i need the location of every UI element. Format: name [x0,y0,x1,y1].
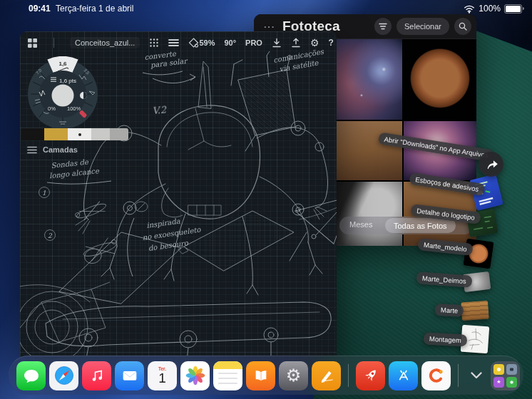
dock-app-settings[interactable]: ⚙ [279,361,308,390]
photo-thumbnail-horsehead-nebula[interactable] [337,38,402,120]
annotation-number-2: 2 [48,232,53,239]
dock-app-concepts[interactable] [312,361,341,390]
annotation-beetle-line1: inspirada [146,217,181,229]
dock-app-c[interactable] [421,361,451,390]
mail-envelope-icon [120,366,140,385]
probe-sketches [39,187,148,266]
dock-collapse-chevron[interactable] [470,371,483,380]
import-icon[interactable] [272,38,282,48]
dock-app-appstore[interactable] [389,361,418,390]
dock-app-books[interactable] [246,361,275,390]
settings-gears-icon: ⚙ [286,366,302,385]
layers-label: Camadas [43,145,78,154]
dock-app-photos[interactable] [180,361,210,390]
zoom-level-button[interactable]: 59% [199,38,215,47]
tool-wheel[interactable]: 1,6 7,0 3,5 1,6 pts 0% 100% [25,56,101,132]
dock-app-library[interactable]: ★ [491,361,520,390]
drag-label-montage: Montagem [424,332,468,346]
photo-thumbnail-mars-globe[interactable] [404,38,476,120]
pen-icon [317,366,337,385]
wifi-icon [464,4,475,14]
color-preview[interactable] [52,85,74,107]
filter-lines-icon [379,23,387,30]
annotation-beetle-line3: do besouro [148,239,189,252]
dock-app-rocket[interactable] [356,361,385,390]
settings-gear-icon[interactable]: ⚙ [310,38,319,48]
share-forward-icon [484,158,498,170]
dock-app-safari[interactable] [49,361,78,390]
rocket-icon [361,366,381,385]
swatch-light-gray[interactable] [91,128,110,140]
dock-app-messages[interactable] [16,361,46,390]
swatch-gray[interactable] [110,128,128,140]
dock-app-mail[interactable] [115,361,144,390]
chevron-down-icon [470,371,483,380]
rotation-button[interactable]: 90° [224,38,236,47]
color-swatch-strip [21,128,128,140]
dock-divider [348,364,349,387]
lasso-shape-icon[interactable] [188,38,199,48]
annotation-probes-line1: Sondas de [51,157,89,170]
more-options-button[interactable]: ··· [264,21,275,32]
swatch-white-selected[interactable] [68,128,91,140]
tab-all-photos[interactable]: Todas as Fotos [385,218,456,233]
tab-months[interactable]: Meses [349,220,372,229]
dock-app-calendar[interactable]: Ter. 1 [148,361,177,390]
status-time: 09:41 [29,4,51,14]
status-date: Terça-feira 1 de abril [56,4,133,14]
lines-icon[interactable] [168,38,179,47]
status-bar: 09:41 Terça-feira 1 de abril 100% [0,0,532,16]
annotation-probes-line2: longo alcance [49,167,101,180]
opacity-max-label: 100% [67,105,81,112]
dock-app-music[interactable] [82,361,111,390]
annotation-comm-line2: via satélite [279,58,319,73]
robot-rear-sketch [20,282,110,362]
contrast-icon [80,92,87,99]
dock-app-notes[interactable] [213,361,242,390]
photos-flower-icon [184,364,207,387]
swatch-gold[interactable] [44,128,68,140]
notes-yellow-bar [213,361,242,369]
annotation-version: V.2 [152,104,167,116]
c-swirl-icon [426,365,447,386]
stroke-size-label: 1,6 pts [59,78,76,84]
annotation-beetle-line2: no exoesqueleto [142,225,202,242]
annotation-number-1: 1 [42,190,46,197]
music-note-icon [88,366,106,385]
pro-badge[interactable]: PRO [245,38,262,47]
safari-compass-icon [52,363,76,388]
search-icon [459,22,467,31]
battery-icon [504,4,522,14]
messages-bubble-icon [21,366,42,385]
photo-thumbnail-mars-landscape[interactable] [337,121,402,180]
help-button[interactable]: ? [328,38,333,48]
share-button[interactable] [479,152,503,177]
calendar-day: 1 [158,371,166,386]
document-title[interactable]: Conceitos_azul... [70,37,140,48]
toolbar-divider [53,38,54,48]
search-button[interactable] [454,18,471,35]
layers-button[interactable]: Camadas [27,145,78,154]
battery-percent: 100% [479,4,501,14]
opacity-min-label: 0% [48,105,56,112]
photo-thumbnail-spacecraft[interactable] [337,182,402,246]
books-open-book-icon [251,366,271,385]
ipad-screen: ··· Fototeca Selecionar Meses Todas as F… [0,0,532,399]
dock-divider-2 [458,364,459,387]
annotation-solar-line2: para solar [149,57,189,71]
select-button[interactable]: Selecionar [397,18,449,35]
swatch-black[interactable] [21,128,44,140]
active-pen-size: 1,6 [58,61,67,67]
mars-thumbnail[interactable] [461,301,489,321]
export-icon[interactable] [291,38,301,48]
dots-grid-icon[interactable] [149,38,159,48]
workspace-grid-icon[interactable] [27,38,38,48]
appstore-a-icon [394,366,414,385]
drawing-window[interactable]: converte para solar comunicações via sat… [20,31,337,362]
robot-main-sketch [76,56,328,296]
drag-label-mars: Marte [435,304,464,317]
drawing-toolbar: Conceitos_azul... 59% 90° PRO [20,31,337,54]
app-library-grid-icon: ★ [493,364,517,388]
filter-button[interactable] [374,18,392,35]
robot-side-sketch [46,197,337,362]
